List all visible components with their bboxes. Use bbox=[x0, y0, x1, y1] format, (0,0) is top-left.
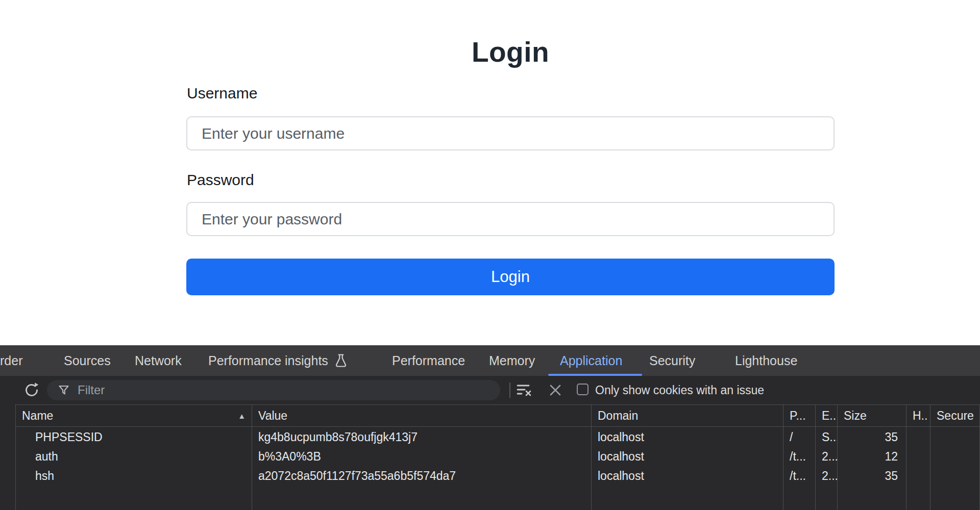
page-title: Login bbox=[186, 36, 835, 68]
username-input[interactable] bbox=[186, 116, 835, 150]
sort-ascending-icon: ▲ bbox=[238, 412, 246, 420]
cookie-row-httponly[interactable] bbox=[906, 427, 930, 447]
cookie-row-path[interactable]: / bbox=[783, 427, 816, 447]
experiment-flask-icon bbox=[334, 353, 348, 368]
cookie-row-expires[interactable]: S... bbox=[816, 427, 838, 447]
only-show-issues-checkbox[interactable] bbox=[577, 384, 589, 395]
close-button[interactable] bbox=[549, 384, 561, 396]
funnel-icon bbox=[58, 385, 69, 396]
tab-performance[interactable]: Performance bbox=[392, 345, 465, 376]
cookie-row-name[interactable]: hsh bbox=[16, 466, 252, 486]
username-label: Username bbox=[187, 85, 257, 102]
login-button[interactable]: Login bbox=[186, 259, 835, 295]
cookie-row-domain[interactable]: localhost bbox=[592, 427, 783, 447]
filter-box bbox=[47, 380, 500, 400]
clear-filter-icon bbox=[517, 383, 532, 397]
tab-application[interactable]: Application bbox=[560, 345, 622, 376]
tab-network[interactable]: Network bbox=[135, 345, 182, 376]
filter-input[interactable] bbox=[78, 383, 495, 397]
password-input[interactable] bbox=[186, 202, 835, 236]
cookie-row-expires[interactable]: 2... bbox=[816, 447, 838, 466]
cookie-row-value[interactable]: a2072c8a50f1127f73a55a6b5f574da7 bbox=[252, 466, 592, 486]
tab-memory[interactable]: Memory bbox=[489, 345, 535, 376]
tab-security[interactable]: Security bbox=[649, 345, 695, 376]
cookie-row-path[interactable]: /t... bbox=[783, 447, 816, 466]
cookie-row-secure[interactable] bbox=[930, 427, 980, 447]
devtools-panel: rder Sources Network Performance insight… bbox=[0, 345, 980, 510]
column-header-size[interactable]: Size bbox=[838, 405, 906, 427]
cookie-row-domain[interactable]: localhost bbox=[592, 466, 783, 486]
tab-performance-insights[interactable]: Performance insights bbox=[208, 345, 348, 376]
close-icon bbox=[549, 384, 561, 396]
toolbar-divider bbox=[509, 382, 510, 398]
cookie-row-httponly[interactable] bbox=[906, 447, 930, 466]
cookies-toolbar: Only show cookies with an issue bbox=[0, 376, 980, 404]
cookie-row-value[interactable]: kg4b8ucpumb8s78oufjgk413j7 bbox=[252, 427, 592, 447]
cookie-row-secure[interactable] bbox=[930, 447, 980, 466]
column-header-domain[interactable]: Domain bbox=[592, 405, 783, 427]
cookie-row-value[interactable]: b%3A0%3B bbox=[252, 447, 592, 466]
tab-sources[interactable]: Sources bbox=[64, 345, 111, 376]
cookie-row-secure[interactable] bbox=[930, 466, 980, 486]
cookie-row-size[interactable]: 35 bbox=[838, 466, 906, 486]
tab-lighthouse[interactable]: Lighthouse bbox=[735, 345, 797, 376]
column-header-name[interactable]: Name ▲ bbox=[16, 405, 252, 427]
cookies-table: Name ▲ Value Domain P... E.. Size H.. Se… bbox=[15, 404, 980, 510]
cookie-row-size[interactable]: 35 bbox=[838, 427, 906, 447]
devtools-tab-bar: rder Sources Network Performance insight… bbox=[0, 345, 980, 376]
column-header-expires[interactable]: E.. bbox=[816, 405, 838, 427]
cookie-row-size[interactable]: 12 bbox=[838, 447, 906, 466]
clear-filter-button[interactable] bbox=[517, 383, 532, 397]
cookie-row-domain[interactable]: localhost bbox=[592, 447, 783, 466]
login-page: Login Username Password Login bbox=[0, 0, 980, 345]
only-show-issues-label: Only show cookies with an issue bbox=[595, 376, 764, 404]
column-header-httponly[interactable]: H.. bbox=[906, 405, 930, 427]
column-header-value[interactable]: Value bbox=[252, 405, 592, 427]
refresh-button[interactable] bbox=[23, 382, 40, 398]
tab-recorder-partial[interactable]: rder bbox=[0, 345, 22, 376]
column-header-path[interactable]: P... bbox=[783, 405, 816, 427]
cookie-row-expires[interactable]: 2... bbox=[816, 466, 838, 486]
table-filler bbox=[16, 486, 252, 510]
login-form: Login Username Password Login bbox=[186, 0, 835, 345]
refresh-icon bbox=[23, 382, 40, 398]
cookie-row-name[interactable]: auth bbox=[16, 447, 252, 466]
cookie-row-name[interactable]: PHPSESSID bbox=[16, 427, 252, 447]
password-label: Password bbox=[187, 171, 254, 189]
cookie-row-httponly[interactable] bbox=[906, 466, 930, 486]
column-header-secure[interactable]: Secure bbox=[930, 405, 980, 427]
cookie-row-path[interactable]: /t... bbox=[783, 466, 816, 486]
